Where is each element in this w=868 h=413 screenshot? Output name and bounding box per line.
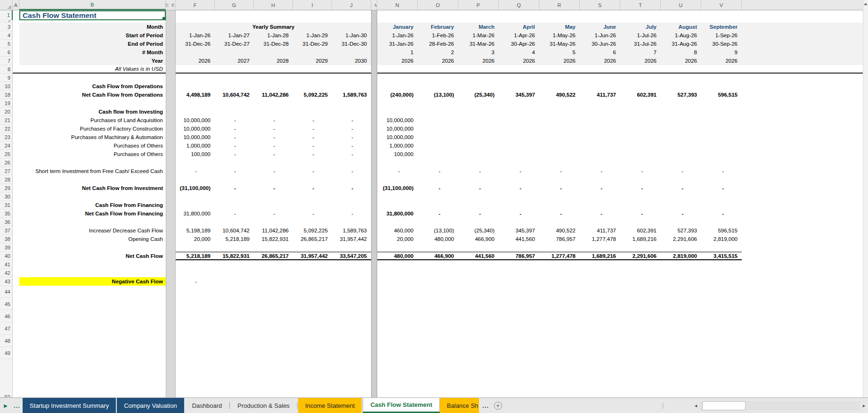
cell-J27[interactable]: - [332,167,371,175]
cell-S10[interactable] [580,82,620,91]
cell-B36[interactable] [19,218,166,226]
cell-N4[interactable]: 1-Jan-26 [377,31,418,40]
cell-G44[interactable] [215,286,254,298]
cell-T5[interactable]: 31-Jul-26 [620,40,661,48]
cell-I42[interactable] [293,269,332,277]
cell-T46[interactable] [620,310,661,322]
cell-H20[interactable] [254,107,293,116]
cell-J42[interactable] [332,269,371,277]
cell-H35[interactable]: - [254,209,293,218]
cell-U38[interactable]: 2,291,606 [661,235,701,243]
cell-J4[interactable]: 1-Jan-30 [332,31,371,40]
cell-G47[interactable] [215,322,254,335]
cell-H26[interactable] [254,158,293,167]
cell-U46[interactable] [661,310,701,322]
cell-I4[interactable]: 1-Jan-29 [293,31,332,40]
cell-V49[interactable] [701,347,742,359]
cell-O27[interactable]: - [418,167,458,175]
cell-V26[interactable] [701,158,742,167]
cell-J18[interactable]: 1,589,763 [332,91,371,99]
cell-I25[interactable]: - [293,150,332,158]
cell-H39[interactable] [254,243,293,252]
cell-H38[interactable]: 15,822,931 [254,235,293,243]
cell-O26[interactable] [418,158,458,167]
cell-V46[interactable] [701,310,742,322]
cell-V42[interactable] [701,269,742,277]
cell-N41[interactable] [377,260,418,269]
cell-Q10[interactable] [499,82,539,91]
cell-J45[interactable] [332,298,371,310]
cell-I41[interactable] [293,260,332,269]
cell-S18[interactable]: 411,737 [580,91,620,99]
cell-U40[interactable]: 2,819,000 [661,252,701,260]
cell-T44[interactable] [620,286,661,298]
cell-Q28[interactable] [499,175,539,184]
cell-J50[interactable] [332,359,371,397]
cell-U5[interactable]: 31-Aug-26 [661,40,701,48]
cell-P18[interactable]: (25,340) [458,91,499,99]
cell-Q40[interactable]: 786,957 [499,252,539,260]
cell-O19[interactable] [418,99,458,107]
cell-T43[interactable] [620,277,661,286]
cell-Q4[interactable]: 1-Apr-26 [499,31,539,40]
cell-U18[interactable]: 527,393 [661,91,701,99]
cell-G39[interactable] [215,243,254,252]
cell-U48[interactable] [661,335,701,347]
cell-R42[interactable] [539,269,580,277]
cell-P37[interactable]: (25,340) [458,226,499,235]
cell-O47[interactable] [418,322,458,335]
cell-U37[interactable]: 527,393 [661,226,701,235]
cell-G18[interactable]: 10,604,742 [215,91,254,99]
cell-F29[interactable]: (31,100,000) [176,184,215,192]
cell-V47[interactable] [701,322,742,335]
cell-V30[interactable] [701,192,742,201]
row-header-10[interactable]: 10 [0,82,13,91]
cell-J30[interactable] [332,192,371,201]
cell-F28[interactable] [176,175,215,184]
cell-U19[interactable] [661,99,701,107]
cell-V38[interactable]: 2,819,000 [701,235,742,243]
cell-U20[interactable] [661,107,701,116]
cell-I7[interactable]: 2029 [293,57,332,65]
cell-J44[interactable] [332,286,371,298]
cell-Q23[interactable] [499,133,539,141]
cell-F5[interactable]: 31-Dec-26 [176,40,215,48]
cell-R45[interactable] [539,298,580,310]
cell-O21[interactable] [418,116,458,124]
cell-H43[interactable] [254,277,293,286]
cell-O31[interactable] [418,201,458,209]
cell-U26[interactable] [661,158,701,167]
cell-H5[interactable]: 31-Dec-28 [254,40,293,48]
column-header-G[interactable]: G [215,0,254,10]
row-header-38[interactable]: 38 [0,235,13,243]
cell-N22[interactable]: 10,000,000 [377,124,418,133]
cell-R18[interactable]: 490,522 [539,91,580,99]
cell-F10[interactable] [176,82,215,91]
cell-B20[interactable]: Cash flow from Investing [19,107,166,116]
cell-O43[interactable] [418,277,458,286]
cell-N39[interactable] [377,243,418,252]
cell-V7[interactable]: 2026 [701,57,742,65]
cell-N28[interactable] [377,175,418,184]
cell-V5[interactable]: 30-Sep-26 [701,40,742,48]
cell-F43[interactable]: - [176,277,215,286]
cell-I20[interactable] [293,107,332,116]
cell-Q19[interactable] [499,99,539,107]
cell-G49[interactable] [215,347,254,359]
tab-production-sales[interactable]: Production & Sales [230,398,297,413]
cell-P27[interactable]: - [458,167,499,175]
cell-R27[interactable]: - [539,167,580,175]
cell-P45[interactable] [458,298,499,310]
cell-G9[interactable] [215,74,254,82]
column-header-Q[interactable]: Q [499,0,539,10]
cell-R47[interactable] [539,322,580,335]
cell-S30[interactable] [580,192,620,201]
cell-U50[interactable] [661,359,701,397]
cell-R4[interactable]: 1-May-26 [539,31,580,40]
cell-B35[interactable]: Net Cash Flow from Financing [19,209,166,218]
cell-S35[interactable]: - [580,209,620,218]
cell-T39[interactable] [620,243,661,252]
cell-U45[interactable] [661,298,701,310]
cell-N25[interactable]: 100,000 [377,150,418,158]
cell-I23[interactable]: - [293,133,332,141]
